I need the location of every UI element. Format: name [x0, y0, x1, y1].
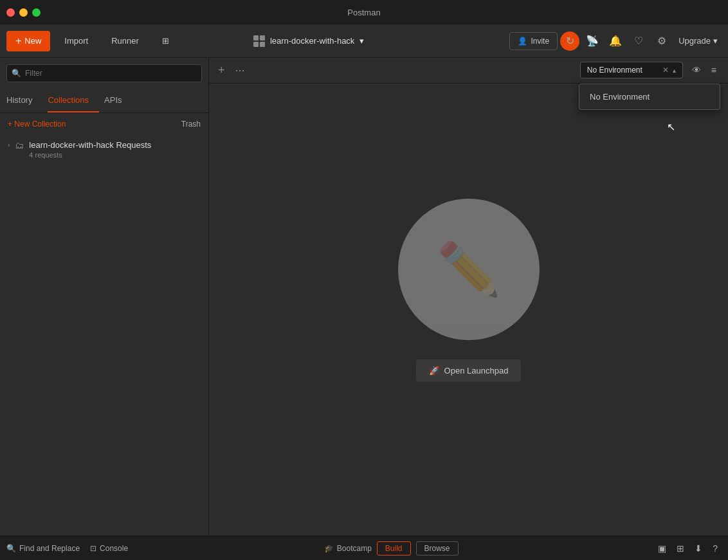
workspace-icon [253, 35, 265, 47]
console-button[interactable]: ⊡ Console [90, 544, 128, 553]
plus-icon: + [15, 35, 21, 47]
console-icon: ⊡ [90, 544, 96, 553]
collection-name: learn-docker-with-hack Requests [29, 140, 201, 150]
env-actions: 👁 ≡ [688, 62, 720, 78]
upgrade-label: Upgrade [678, 36, 711, 46]
environment-selected: No Environment [587, 66, 659, 75]
pane-layout-button[interactable]: ▣ [654, 542, 670, 555]
bootcamp-label: Bootcamp [337, 544, 372, 553]
new-label: New [24, 36, 41, 46]
search-bottom-icon: 🔍 [6, 544, 16, 553]
settings-icon-btn[interactable]: ⚙ [651, 31, 672, 51]
env-clear-icon[interactable]: ✕ [662, 66, 669, 75]
env-settings-button[interactable]: ≡ [707, 62, 720, 78]
toolbar-right: 👤 Invite ↻ 📡 🔔 ♡ ⚙ Upgrade ▾ [509, 31, 722, 51]
import-button[interactable]: Import [55, 32, 97, 50]
bottom-bar: 🔍 Find and Replace ⊡ Console 🎓 Bootcamp … [0, 536, 728, 560]
layout-toggle-button[interactable]: ⊞ [153, 32, 178, 50]
folder-icon: 🗂 [15, 140, 24, 150]
sidebar-search-area: 🔍 [0, 58, 208, 89]
env-eye-button[interactable]: 👁 [688, 62, 705, 78]
console-label: Console [100, 544, 128, 553]
sidebar-tabs: History Collections APIs [0, 89, 208, 113]
chevron-right-icon: › [8, 141, 10, 149]
open-launchpad-button[interactable]: 🚀 Open Launchpad [416, 359, 522, 382]
main-layout: 🔍 History Collections APIs + New Collect… [0, 58, 728, 536]
add-tab-button[interactable]: + [215, 61, 228, 80]
new-button[interactable]: + New [6, 31, 50, 51]
search-icon: 🔍 [12, 69, 21, 78]
titlebar: Postman [0, 0, 728, 24]
close-dot[interactable] [6, 8, 15, 17]
chevron-down-icon: ▾ [713, 36, 718, 46]
bootcamp-icon: 🎓 [324, 544, 334, 553]
sidebar: 🔍 History Collections APIs + New Collect… [0, 58, 209, 536]
find-replace-button[interactable]: 🔍 Find and Replace [6, 544, 80, 553]
radar-icon-btn[interactable]: 📡 [582, 31, 603, 51]
workspace-selector[interactable]: learn-docker-with-hack ▾ [253, 35, 365, 47]
search-input[interactable] [6, 64, 202, 82]
pencil-icon: ✏️ [437, 239, 501, 300]
more-tabs-button[interactable]: ··· [233, 61, 248, 80]
trash-button[interactable]: Trash [181, 120, 201, 129]
environment-dropdown-menu: No Environment [579, 84, 720, 110]
placeholder-illustration: ✏️ [398, 199, 540, 340]
search-wrap: 🔍 [6, 64, 202, 82]
download-button[interactable]: ⬇ [691, 542, 706, 555]
new-collection-button[interactable]: + New Collection [8, 120, 66, 129]
app-title: Postman [347, 8, 380, 17]
notification-icon-btn[interactable]: 🔔 [605, 31, 626, 51]
toolbar: + New Import Runner ⊞ learn-docker-with-… [0, 24, 728, 58]
window-controls [6, 8, 41, 17]
build-button[interactable]: Build [377, 541, 411, 555]
help-button[interactable]: ? [709, 542, 722, 555]
collection-info: learn-docker-with-hack Requests 4 reques… [29, 140, 201, 159]
collection-meta: 4 requests [29, 151, 201, 159]
sidebar-actions: + New Collection Trash [0, 113, 208, 135]
workspace-name: learn-docker-with-hack [270, 36, 355, 46]
upgrade-button[interactable]: Upgrade ▾ [675, 36, 722, 46]
invite-label: Invite [531, 37, 549, 46]
tab-collections[interactable]: Collections [48, 89, 99, 113]
center-content: ✏️ 🚀 Open Launchpad [209, 84, 728, 536]
runner-button[interactable]: Runner [102, 32, 148, 50]
open-launchpad-label: Open Launchpad [444, 366, 509, 375]
person-icon: 👤 [518, 37, 527, 46]
bottom-left: 🔍 Find and Replace ⊡ Console [6, 544, 128, 553]
minimize-dot[interactable] [19, 8, 28, 17]
heart-icon-btn[interactable]: ♡ [628, 31, 649, 51]
split-pane-button[interactable]: ⊞ [673, 542, 688, 555]
chevron-up-icon[interactable]: ▴ [673, 67, 676, 74]
list-item[interactable]: › 🗂 learn-docker-with-hack Requests 4 re… [0, 135, 208, 164]
environment-bar: No Environment ✕ ▴ 👁 ≡ No Environment [572, 58, 728, 82]
tab-apis[interactable]: APIs [104, 89, 122, 113]
maximize-dot[interactable] [32, 8, 41, 17]
environment-dropdown[interactable]: No Environment ✕ ▴ [580, 62, 683, 78]
invite-button[interactable]: 👤 Invite [509, 32, 558, 50]
tab-history[interactable]: History [6, 89, 42, 113]
bottom-center: 🎓 Bootcamp Build Browse [324, 541, 459, 555]
chevron-down-icon: ▾ [359, 36, 364, 46]
browse-button[interactable]: Browse [416, 541, 459, 555]
main-content: + ··· No Environment ✕ ▴ 👁 ≡ No Environm… [209, 58, 728, 536]
sync-button[interactable]: ↻ [560, 32, 579, 51]
launchpad-icon: 🚀 [429, 366, 439, 375]
bottom-right: ▣ ⊞ ⬇ ? [654, 542, 722, 555]
bootcamp-button[interactable]: 🎓 Bootcamp [324, 544, 372, 553]
find-replace-label: Find and Replace [19, 544, 80, 553]
dropdown-item-no-env[interactable]: No Environment [581, 86, 718, 108]
